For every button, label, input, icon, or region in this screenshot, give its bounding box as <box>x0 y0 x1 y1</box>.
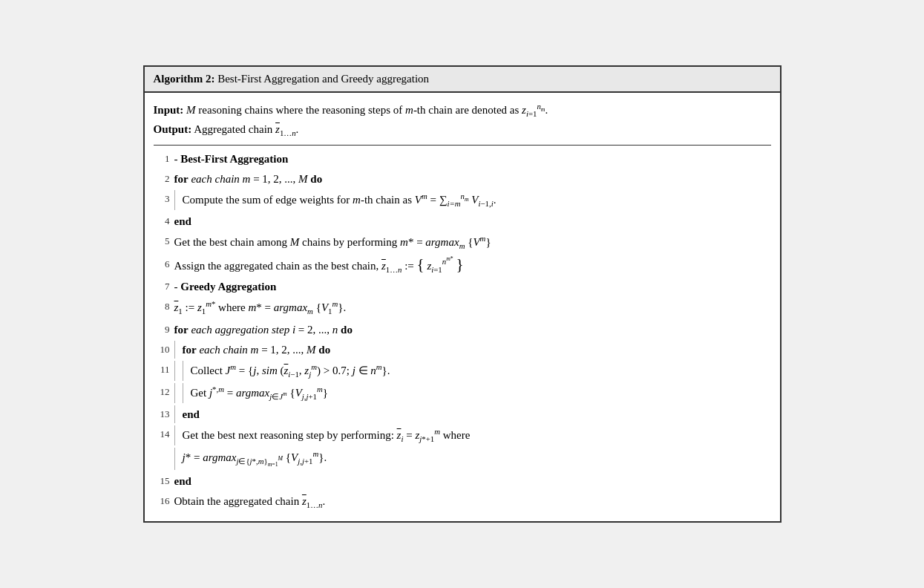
line-number-16: 16 <box>154 492 174 509</box>
line-9: 9 for each aggregation step i = 2, ..., … <box>154 321 771 339</box>
line-14: 14 Get the best next reasoning step by p… <box>154 425 771 445</box>
line-number-2: 2 <box>154 170 174 187</box>
line-content-7: - Greedy Aggregation <box>174 278 771 295</box>
line-5: 5 Get the best chain among M chains by p… <box>154 232 771 252</box>
line-content-2: for each chain m = 1, 2, ..., M do <box>174 170 771 188</box>
line-content-4: end <box>174 212 771 230</box>
line-number-14b <box>154 448 174 449</box>
line-content-12: Get j*,m = argmaxj∈Jm {Vj,j+1m} <box>174 383 771 403</box>
algorithm-box: Algorithm 2: Best-First Aggregation and … <box>143 65 782 523</box>
line-15: 15 end <box>154 472 771 490</box>
line-content-3: Compute the sum of edge weights for m-th… <box>174 190 771 210</box>
line-number-1: 1 <box>154 150 174 167</box>
input-line: Input: M reasoning chains where the reas… <box>154 100 771 120</box>
line-number-14: 14 <box>154 425 174 442</box>
line-number-7: 7 <box>154 278 174 295</box>
line-number-9: 9 <box>154 321 174 338</box>
line-number-8: 8 <box>154 298 174 315</box>
line-14b: j* = argmaxj∈{j*,m}m=1M {Vj,j+1m}. <box>154 448 771 470</box>
line-16: 16 Obtain the aggregated chain z1…n. <box>154 492 771 512</box>
line-content-6: Assign the aggregated chain as the best … <box>174 255 771 276</box>
line-content-16: Obtain the aggregated chain z1…n. <box>174 492 771 512</box>
output-text: Aggregated chain z1…n. <box>194 123 298 135</box>
line-content-8: z1 := z1m* where m* = argmaxm {V1m}. <box>174 298 771 318</box>
line-2: 2 for each chain m = 1, 2, ..., M do <box>154 170 771 188</box>
line-content-13: end <box>174 405 771 423</box>
output-label: Output: <box>154 123 192 135</box>
line-content-14b: j* = argmaxj∈{j*,m}m=1M {Vj,j+1m}. <box>174 448 771 470</box>
line-4: 4 end <box>154 212 771 230</box>
line-11: 11 Collect Jm = {j, sim (zi−1, zjm) > 0.… <box>154 361 771 381</box>
line-1: 1 - Best-First Aggregation <box>154 150 771 168</box>
algorithm-number: Algorithm 2: <box>154 73 215 85</box>
algorithm-header: Algorithm 2: Best-First Aggregation and … <box>145 67 780 93</box>
line-number-5: 5 <box>154 232 174 249</box>
line-content-15: end <box>174 472 771 490</box>
io-section: Input: M reasoning chains where the reas… <box>154 100 771 146</box>
line-12: 12 Get j*,m = argmaxj∈Jm {Vj,j+1m} <box>154 383 771 403</box>
input-label: Input: <box>154 104 184 116</box>
line-6: 6 Assign the aggregated chain as the bes… <box>154 255 771 276</box>
output-line: Output: Aggregated chain z1…n. <box>154 121 771 139</box>
line-7: 7 - Greedy Aggregation <box>154 278 771 295</box>
line-content-11: Collect Jm = {j, sim (zi−1, zjm) > 0.7; … <box>174 361 771 381</box>
line-content-1: - Best-First Aggregation <box>174 150 771 168</box>
line-number-13: 13 <box>154 405 174 422</box>
algorithm-title: Best-First Aggregation and Greedy aggreg… <box>217 73 429 85</box>
line-number-15: 15 <box>154 472 174 489</box>
line-number-10: 10 <box>154 341 174 358</box>
line-content-5: Get the best chain among M chains by per… <box>174 232 771 252</box>
line-8: 8 z1 := z1m* where m* = argmaxm {V1m}. <box>154 298 771 318</box>
line-content-10: for each chain m = 1, 2, ..., M do <box>174 341 771 359</box>
algorithm-body: Input: M reasoning chains where the reas… <box>145 93 780 522</box>
line-number-12: 12 <box>154 383 174 400</box>
line-10: 10 for each chain m = 1, 2, ..., M do <box>154 341 771 359</box>
line-number-4: 4 <box>154 212 174 229</box>
input-text: M reasoning chains where the reasoning s… <box>186 104 548 116</box>
line-content-14: Get the best next reasoning step by perf… <box>174 425 771 445</box>
algorithm-lines: 1 - Best-First Aggregation 2 for each ch… <box>154 150 771 512</box>
line-number-6: 6 <box>154 255 174 272</box>
line-3: 3 Compute the sum of edge weights for m-… <box>154 190 771 210</box>
line-content-9: for each aggregation step i = 2, ..., n … <box>174 321 771 339</box>
line-13: 13 end <box>154 405 771 423</box>
line-number-11: 11 <box>154 361 174 378</box>
line-number-3: 3 <box>154 190 174 207</box>
